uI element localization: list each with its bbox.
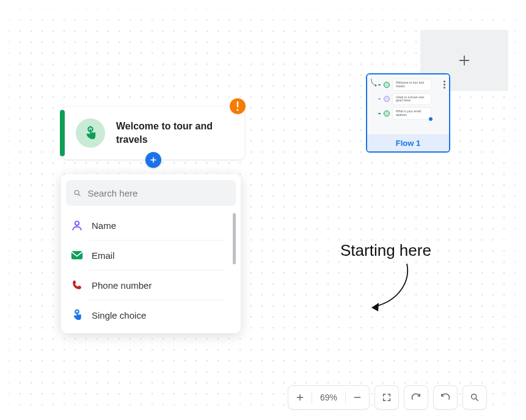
- undo-button[interactable]: [433, 385, 458, 410]
- scrollbar[interactable]: [233, 213, 236, 264]
- divider: [345, 391, 346, 404]
- node-title: Welcome to tour and travels: [116, 120, 226, 146]
- divider: [312, 391, 312, 404]
- minus-icon: [353, 393, 362, 402]
- option-label: Phone number: [92, 280, 152, 291]
- fit-button[interactable]: [374, 385, 399, 410]
- zoom-in-button[interactable]: [294, 392, 305, 403]
- redo-button[interactable]: [404, 385, 428, 410]
- svg-rect-10: [71, 251, 82, 259]
- svg-line-16: [476, 399, 478, 401]
- svg-line-8: [78, 194, 80, 195]
- zoom-group: 69%: [288, 385, 370, 410]
- fullscreen-icon: [381, 392, 392, 403]
- touch-icon: [71, 309, 83, 321]
- search-canvas-button[interactable]: [462, 385, 487, 410]
- search-icon: [469, 392, 480, 403]
- zoom-out-button[interactable]: [352, 392, 363, 403]
- zoom-toolbar: 69%: [288, 385, 487, 410]
- option-label: Name: [92, 220, 116, 231]
- svg-point-9: [75, 221, 79, 225]
- start-arrow-icon: [370, 78, 379, 88]
- annotation-arrow-icon: [369, 262, 418, 317]
- search-icon: [73, 189, 82, 198]
- fade: [0, 0, 17, 420]
- node-accent: [60, 110, 65, 156]
- exclamation-icon: [236, 101, 239, 111]
- option-name[interactable]: Name: [66, 211, 227, 240]
- fade: [0, 0, 526, 24]
- option-email[interactable]: Email: [66, 241, 227, 270]
- svg-point-4: [236, 109, 238, 110]
- flow-preview: Welcome to tour and travels Great to a k…: [367, 74, 449, 134]
- warning-badge[interactable]: [230, 98, 246, 114]
- plus-icon: [296, 393, 304, 402]
- flow-card[interactable]: Welcome to tour and travels Great to a k…: [366, 73, 450, 153]
- option-label: Single choice: [92, 310, 146, 320]
- preview-bubble: Welcome to tour and travels: [393, 79, 431, 90]
- phone-icon: [71, 279, 83, 291]
- search-field[interactable]: [66, 180, 236, 206]
- email-icon: [71, 249, 83, 261]
- step-type-dropdown: Name Email Phone number: [61, 174, 241, 333]
- plus-icon: [149, 156, 158, 164]
- fade: [509, 0, 526, 420]
- option-single-choice[interactable]: Single choice: [66, 300, 227, 330]
- search-input[interactable]: [88, 188, 228, 198]
- touch-icon: [76, 118, 105, 148]
- add-step-button[interactable]: [145, 152, 161, 168]
- plus-icon: [458, 54, 471, 67]
- kebab-icon: [444, 81, 445, 89]
- svg-point-7: [75, 190, 79, 194]
- options-list: Name Email Phone number: [66, 211, 236, 330]
- preview-bubble: Great to a know user good news: [393, 94, 431, 105]
- option-label: Email: [92, 250, 115, 261]
- annotation-text: Starting here: [340, 241, 431, 260]
- zoom-level: 69%: [318, 393, 339, 402]
- preview-bubble: What is your email address: [393, 108, 431, 119]
- svg-rect-3: [237, 101, 238, 107]
- canvas[interactable]: Welcome to tour and travels Great to a k…: [0, 0, 526, 420]
- option-phone[interactable]: Phone number: [66, 270, 227, 300]
- undo-icon: [440, 392, 451, 403]
- person-icon: [71, 219, 83, 231]
- redo-icon: [411, 392, 422, 403]
- flow-card-label: Flow 1: [367, 134, 449, 151]
- welcome-node[interactable]: Welcome to tour and travels: [62, 107, 244, 159]
